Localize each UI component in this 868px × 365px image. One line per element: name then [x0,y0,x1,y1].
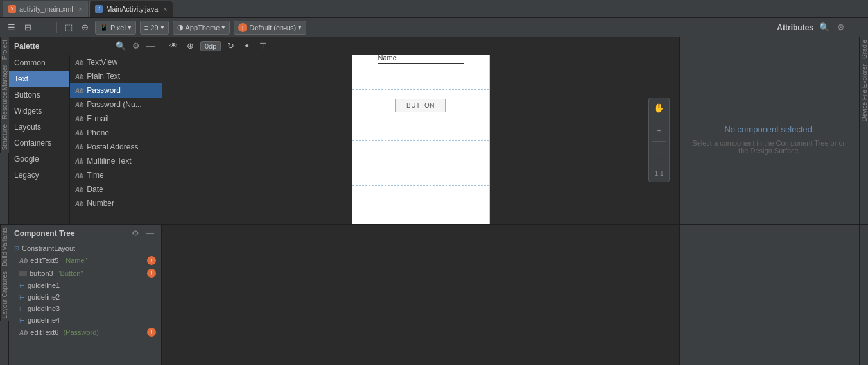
resource-manager-label[interactable]: Resource Manager [0,62,9,122]
attr-collapse-btn[interactable]: — [851,22,863,33]
palette-item-number[interactable]: Ab Number [70,196,162,210]
build-variants-label[interactable]: Build Variants [0,225,9,269]
number-icon: Ab [75,200,83,207]
palette-item-email[interactable]: Ab E-mail [70,112,162,126]
palette-settings-btn[interactable]: ⚙ [130,40,142,51]
toolbar-minus-btn[interactable]: — [38,21,51,33]
palette-categories: Common Text Buttons Widgets Layouts Cont… [9,55,70,224]
toolbar-palette-btn[interactable]: ☰ [5,21,18,33]
palette-item-date[interactable]: Ab Date [70,182,162,196]
toolbar-orientation-btn[interactable]: ⬚ [62,21,75,33]
phone-button: BUTTON [395,99,446,112]
project-label[interactable]: Project [0,37,9,62]
tab-close-java[interactable]: × [163,5,167,13]
palette-item-textview[interactable]: Ab TextView [70,55,162,69]
zoom-in-btn[interactable]: + [652,123,666,137]
palette-item-multiline[interactable]: Ab Multiline Text [70,154,162,168]
design-constraints-btn[interactable]: ↻ [225,40,237,52]
device-dropdown[interactable]: 📱 Pixel ▾ [95,21,136,35]
main-area: Project Resource Manager Structure Palet… [0,37,868,224]
palette-item-password-num[interactable]: Ab Password (Nu... [70,98,162,112]
palette-title: Palette [14,42,39,51]
palette-item-plain-text[interactable]: Ab Plain Text [70,69,162,83]
tree-settings-btn[interactable]: ⚙ [130,228,141,239]
category-common[interactable]: Common [9,55,69,71]
palette-item-label: Date [87,185,103,194]
palette-item-password[interactable]: Ab Password [70,83,162,98]
zoom-fit-btn[interactable]: 1:1 [652,168,666,179]
category-text[interactable]: Text [9,71,69,87]
palette-item-label: Postal Address [87,142,138,151]
tree-item-edittext5[interactable]: Ab editText5 "Name" ! [9,254,161,267]
guideline3-icon: ⊢ [19,305,25,312]
bottom-right-labels [859,225,868,365]
tool-divider [652,119,666,119]
tree-item-guideline2[interactable]: ⊢ guideline2 [9,291,161,303]
palette-item-postal[interactable]: Ab Postal Address [70,140,162,154]
design-toolbar: 👁 ⊕ 0dp ↻ ✦ ⊤ [162,37,679,55]
palette-items: Ab TextView Ab Plain Text Ab Password Ab… [70,55,162,224]
palette-item-label: Time [87,171,103,180]
pan-tool-btn[interactable]: ✋ [652,101,666,115]
category-widgets[interactable]: Widgets [9,103,69,119]
edittext5-label: editText5 [30,257,58,264]
palette-item-label: TextView [87,58,117,67]
tree-item-edittext6[interactable]: Ab editText6 (Password) ! [9,326,161,339]
tree-item-button3[interactable]: button3 "Button" ! [9,267,161,280]
category-google[interactable]: Google [9,151,69,167]
structure-label[interactable]: Structure [0,122,9,153]
tree-item-constraint-layout[interactable]: ⊡ ConstraintLayout [9,242,161,254]
toolbar-grid-btn[interactable]: ⊞ [22,21,34,33]
category-containers[interactable]: Containers [9,135,69,151]
button3-label: button3 [30,269,53,277]
palette-item-label: Password (Nu... [87,100,141,109]
palette-item-phone[interactable]: Ab Phone [70,126,162,140]
attr-search-btn[interactable]: 🔍 [817,22,831,33]
button3-icon [19,271,27,276]
tree-item-guideline1[interactable]: ⊢ guideline1 [9,280,161,291]
gradle-label[interactable]: Gradle [860,37,868,62]
design-wand-btn[interactable]: ✦ [241,40,253,52]
theme-dropdown[interactable]: ◑ AppTheme ▾ [173,21,230,35]
tree-item-guideline3[interactable]: ⊢ guideline3 [9,303,161,314]
component-tree-title: Component Tree [14,229,75,238]
attr-header [680,37,859,55]
tab-main-activity-java[interactable]: J MainActivity.java × [89,1,173,17]
design-baseline-btn[interactable]: ⊤ [257,40,269,52]
tab-activity-main-xml[interactable]: X activity_main.xml × [3,1,88,17]
palette-item-time[interactable]: Ab Time [70,168,162,182]
tree-item-guideline4[interactable]: ⊢ guideline4 [9,314,161,326]
design-magnet-btn[interactable]: ⊕ [184,40,196,52]
attr-settings-btn[interactable]: ⚙ [835,22,847,33]
theme-chevron-icon: ▾ [221,23,225,31]
palette-collapse-btn[interactable]: — [144,40,157,51]
design-eye-btn[interactable]: 👁 [167,40,180,52]
toolbar-magnet-btn[interactable]: ⊕ [79,21,91,33]
tree-items-container: ⊡ ConstraintLayout Ab editText5 "Name" !… [9,242,161,365]
tab-close-xml[interactable]: × [78,5,82,13]
device-file-label[interactable]: Device File Explorer [860,62,868,124]
layout-captures-label[interactable]: Layout Captures [0,269,9,321]
tree-collapse-btn[interactable]: — [144,228,156,239]
edittext6-error-icon: ! [147,328,156,337]
api-dropdown[interactable]: ≡ 29 ▾ [140,21,169,35]
theme-label: AppTheme [186,24,220,31]
bottom-section: Build Variants Layout Captures Component… [0,224,868,365]
phone-icon: Ab [75,130,83,137]
palette-item-label: Number [87,199,114,208]
api-label: 29 [150,24,158,31]
locale-chevron-icon: ▾ [298,23,302,31]
left-side-labels: Project Resource Manager Structure [0,37,9,224]
palette-search-btn[interactable]: 🔍 [114,40,128,51]
zoom-out-btn[interactable]: − [652,146,666,160]
tool-divider-2 [652,141,666,142]
guideline3-label: guideline3 [28,305,60,312]
palette-content: Common Text Buttons Widgets Layouts Cont… [9,55,162,224]
tab-bar: X activity_main.xml × J MainActivity.jav… [0,0,868,18]
inset-label[interactable]: 0dp [200,41,221,51]
separator-1 [56,22,57,33]
locale-dropdown[interactable]: ! Default (en-us) ▾ [234,21,306,35]
category-legacy[interactable]: Legacy [9,167,69,183]
category-layouts[interactable]: Layouts [9,119,69,135]
category-buttons[interactable]: Buttons [9,87,69,103]
